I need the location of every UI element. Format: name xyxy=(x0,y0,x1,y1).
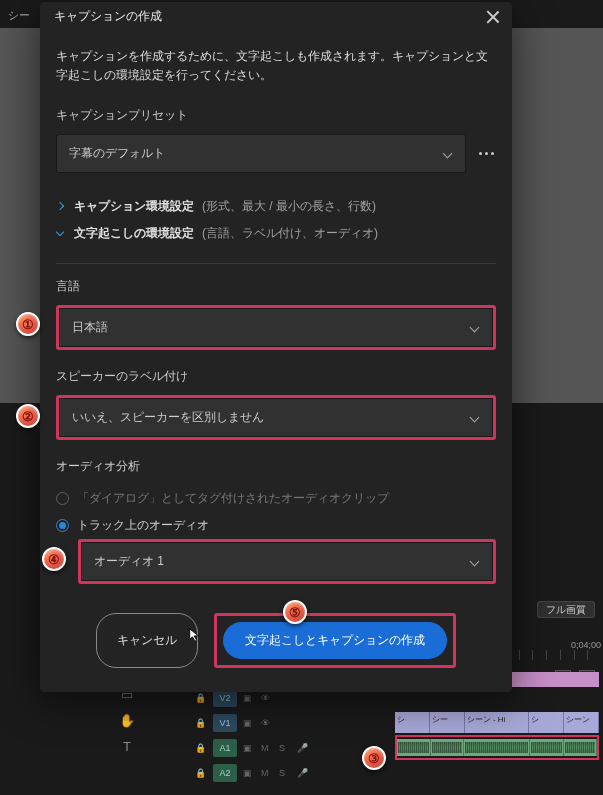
caption-settings-expander[interactable]: キャプション環境設定 (形式、最大 / 最小の長さ、行数) xyxy=(56,193,496,220)
fx-icon[interactable]: ▣ xyxy=(243,743,255,753)
preset-label: キャプションプリセット xyxy=(56,107,496,124)
transcription-settings-hint: (言語、ラベル付け、オーディオ) xyxy=(202,225,378,242)
audio-track-dropdown[interactable]: オーディオ 1 xyxy=(81,542,493,581)
chevron-down-icon xyxy=(470,413,480,423)
audio-label: オーディオ分析 xyxy=(56,458,496,475)
mute-icon[interactable]: M xyxy=(261,768,273,778)
dialog-title: キャプションの作成 xyxy=(54,8,162,25)
video-clip[interactable]: シ xyxy=(395,712,430,733)
caption-settings-title: キャプション環境設定 xyxy=(74,198,194,215)
language-value: 日本語 xyxy=(72,319,108,336)
preset-value: 字幕のデフォルト xyxy=(69,145,165,162)
video-clip[interactable]: シーン - Hi xyxy=(465,712,530,733)
more-options-icon[interactable] xyxy=(476,152,496,155)
preset-dropdown[interactable]: 字幕のデフォルト xyxy=(56,134,466,173)
callout-2: ② xyxy=(16,404,40,428)
fx-icon[interactable]: ▣ xyxy=(243,693,255,703)
track-v1[interactable]: V1 xyxy=(213,714,237,732)
caption-settings-hint: (形式、最大 / 最小の長さ、行数) xyxy=(202,198,376,215)
mute-icon[interactable]: M xyxy=(261,743,273,753)
dialog-description: キャプションを作成するために、文字起こしも作成されます。キャプションと文字起こし… xyxy=(56,47,496,85)
radio-icon xyxy=(56,519,69,532)
transcription-settings-title: 文字起こしの環境設定 xyxy=(74,225,194,242)
chevron-down-icon xyxy=(443,149,453,159)
eye-icon[interactable]: 👁 xyxy=(261,693,273,703)
mic-icon[interactable]: 🎤 xyxy=(297,768,309,778)
track-a2[interactable]: A2 xyxy=(213,764,237,782)
fx-icon[interactable]: ▣ xyxy=(243,718,255,728)
callout-1: ① xyxy=(16,312,40,336)
radio-dialog-tagged[interactable]: 「ダイアログ」としてタグ付けされたオーディオクリップ xyxy=(56,485,496,512)
speaker-dropdown[interactable]: いいえ、スピーカーを区別しません xyxy=(59,398,493,437)
video-clip[interactable]: シ xyxy=(529,712,564,733)
language-dropdown[interactable]: 日本語 xyxy=(59,308,493,347)
chevron-right-icon xyxy=(56,202,66,212)
mic-icon[interactable]: 🎤 xyxy=(297,743,309,753)
video-clip[interactable]: シーン xyxy=(564,712,599,733)
callout-5: ⑤ xyxy=(283,600,307,624)
audio-clip[interactable] xyxy=(431,739,465,756)
hand-tool-icon[interactable]: ✋ xyxy=(118,711,136,729)
eye-icon[interactable]: 👁 xyxy=(261,718,273,728)
chevron-down-icon xyxy=(56,229,66,239)
chevron-down-icon xyxy=(470,557,480,567)
full-quality-button[interactable]: フル画質 xyxy=(537,601,595,618)
close-icon[interactable] xyxy=(484,9,500,25)
language-label: 言語 xyxy=(56,278,496,295)
speaker-value: いいえ、スピーカーを区別しません xyxy=(72,409,264,426)
timecode: 0;04;00 xyxy=(571,640,601,650)
audio-clip[interactable] xyxy=(564,739,598,756)
lock-icon[interactable]: 🔒 xyxy=(195,743,207,753)
video-clips[interactable]: シ シー シーン - Hi シ シーン xyxy=(395,712,599,733)
audio-clip[interactable] xyxy=(464,739,530,756)
type-tool-icon[interactable]: T xyxy=(118,737,136,755)
fx-icon[interactable]: ▣ xyxy=(243,768,255,778)
callout-3: ③ xyxy=(362,746,386,770)
bg-tab: シー xyxy=(8,8,30,23)
radio-icon xyxy=(56,492,69,505)
audio-clip[interactable] xyxy=(530,739,564,756)
audio-clips[interactable] xyxy=(397,739,597,756)
solo-icon[interactable]: S xyxy=(279,743,291,753)
audio-track-value: オーディオ 1 xyxy=(94,553,164,570)
chevron-down-icon xyxy=(470,323,480,333)
speaker-label: スピーカーのラベル付け xyxy=(56,368,496,385)
create-captions-dialog: キャプションの作成 キャプションを作成するために、文字起こしも作成されます。キャ… xyxy=(40,2,512,692)
cancel-button[interactable]: キャンセル xyxy=(96,613,198,668)
radio-track-label: トラック上のオーディオ xyxy=(77,517,209,534)
solo-icon[interactable]: S xyxy=(279,768,291,778)
audio-clip[interactable] xyxy=(397,739,431,756)
track-a1[interactable]: A1 xyxy=(213,739,237,757)
callout-4: ④ xyxy=(42,547,66,571)
create-captions-button[interactable]: 文字起こしとキャプションの作成 xyxy=(223,622,447,659)
radio-track-audio[interactable]: トラック上のオーディオ xyxy=(56,512,496,539)
transcription-settings-expander[interactable]: 文字起こしの環境設定 (言語、ラベル付け、オーディオ) xyxy=(56,220,496,247)
lock-icon[interactable]: 🔒 xyxy=(195,718,207,728)
radio-dialog-label: 「ダイアログ」としてタグ付けされたオーディオクリップ xyxy=(77,490,389,507)
video-clip[interactable]: シー xyxy=(430,712,465,733)
lock-icon[interactable]: 🔒 xyxy=(195,768,207,778)
lock-icon[interactable]: 🔒 xyxy=(195,693,207,703)
